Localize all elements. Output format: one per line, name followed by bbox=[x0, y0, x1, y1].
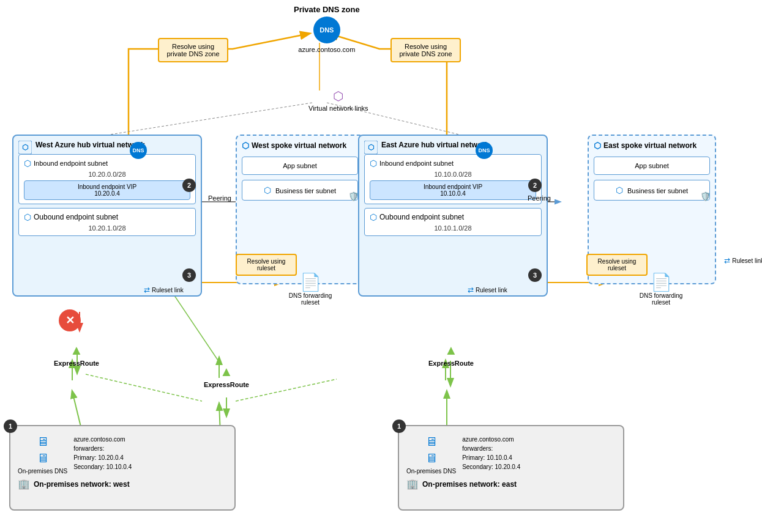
onprem-east-dns-info: azure.contoso.com forwarders: Primary: 1… bbox=[462, 435, 520, 471]
west-hub-ruleset-icon: ⇄ bbox=[144, 286, 150, 294]
west-spoke-title: ⬡ West spoke virtual network bbox=[242, 141, 358, 150]
west-hub-ruleset-link: ⇄ Ruleset link bbox=[144, 286, 184, 294]
onprem-west-building-icon: 🏢 bbox=[18, 478, 30, 490]
private-dns-title: Private DNS zone bbox=[294, 5, 360, 14]
vnet-links: ⬡ Virtual network links bbox=[308, 89, 368, 112]
west-dns-ruleset: 📄 DNS forwarding ruleset bbox=[286, 272, 335, 306]
diagram-container: Private DNS zone DNS azure.contoso.com R… bbox=[0, 0, 762, 532]
onprem-east-dns-servers: 🖥 🖥 On-premises DNS bbox=[406, 435, 456, 475]
svg-line-1 bbox=[110, 103, 312, 135]
onprem-east-building-icon: 🏢 bbox=[406, 478, 419, 490]
east-inbound-subnet: ⬡ Inbound endpoint subnet 10.10.0.0/28 I… bbox=[364, 154, 542, 204]
east-business-subnet: ⬡ Business tier subnet 🛡️ bbox=[594, 180, 710, 201]
east-vip-box: Inbound endpoint VIP 10.10.0.4 bbox=[370, 180, 536, 200]
svg-line-21 bbox=[236, 379, 337, 401]
west-spoke-icon: ⬡ bbox=[242, 141, 249, 150]
east-er-icon: ▲ bbox=[428, 342, 474, 358]
west-outbound-icon: ⬡ bbox=[24, 212, 31, 222]
west-hub-badge-2: 2 bbox=[182, 179, 196, 192]
east-hub-title: ⬡ East Azure hub virtual network bbox=[364, 141, 542, 149]
east-inbound-subnet-icon: ⬡ bbox=[370, 158, 377, 168]
resolve-private-dns-right: Resolve using private DNS zone bbox=[390, 38, 461, 62]
svg-text:⬡: ⬡ bbox=[368, 143, 375, 152]
error-x-icon: ✕ bbox=[59, 309, 81, 331]
onprem-west-box: 1 🖥 🖥 On-premises DNS azure.contoso.com … bbox=[9, 425, 236, 511]
east-hub-badge-3: 3 bbox=[528, 268, 542, 282]
east-hub-ruleset-icon: ⇄ bbox=[468, 286, 474, 294]
west-ruleset-doc-icon: 📄 bbox=[300, 273, 321, 292]
west-expressroute-2: ▲ ExpressRoute bbox=[204, 364, 249, 388]
east-hub-box: ⬡ East Azure hub virtual network DNS ⬡ I… bbox=[358, 135, 548, 297]
onprem-west-dns-servers: 🖥 🖥 On-premises DNS bbox=[18, 435, 67, 475]
west-hub-dns-badge: DNS bbox=[130, 142, 147, 159]
west-hub-badge-3: 3 bbox=[182, 268, 196, 282]
onprem-east-dns-label: On-premises DNS bbox=[406, 468, 456, 475]
vnet-links-icon: ⬡ bbox=[308, 89, 368, 103]
east-outbound-subnet: ⬡ Oubound endpoint subnet 10.10.1.0/28 bbox=[364, 208, 542, 236]
onprem-west-dns-label: On-premises DNS bbox=[18, 468, 67, 475]
resolve-private-dns-left: Resolve using private DNS zone bbox=[158, 38, 228, 62]
west-vip-box: Inbound endpoint VIP 10.20.0.4 bbox=[24, 180, 190, 200]
east-spoke-title: ⬡ East spoke virtual network bbox=[594, 141, 710, 150]
west-outbound-subnet: ⬡ Oubound endpoint subnet 10.20.1.0/28 bbox=[18, 208, 196, 236]
east-hub-icon: ⬡ bbox=[364, 141, 378, 154]
west-expressroute-1: ▲ ExpressRoute bbox=[54, 342, 99, 367]
east-ruleset-link-label: ⇄ Ruleset link bbox=[724, 256, 762, 265]
west-er1-icon: ▲ bbox=[54, 342, 99, 358]
east-ruleset-doc-icon: 📄 bbox=[651, 273, 672, 292]
east-hub-badge-2: 2 bbox=[528, 179, 542, 192]
east-peering-label: Peering bbox=[528, 194, 551, 202]
west-inbound-subnet: ⬡ Inbound endpoint subnet 10.20.0.0/28 I… bbox=[18, 154, 196, 204]
east-dns-ruleset: 📄 DNS forwarding ruleset bbox=[637, 272, 685, 306]
onprem-west-title: 🏢 On-premises network: west bbox=[18, 478, 227, 490]
east-app-subnet: App subnet bbox=[594, 157, 710, 175]
onprem-east-badge: 1 bbox=[392, 419, 406, 433]
west-business-subnet-icon: ⬡ bbox=[264, 185, 271, 195]
east-expressroute: ▲ ExpressRoute bbox=[428, 342, 474, 367]
west-shield-icon: 🛡️ bbox=[348, 191, 359, 201]
west-app-subnet: App subnet bbox=[242, 157, 358, 175]
east-outbound-icon: ⬡ bbox=[370, 212, 377, 222]
onprem-east-box: 1 🖥 🖥 On-premises DNS azure.contoso.com … bbox=[398, 425, 624, 511]
west-er2-icon: ▲ bbox=[204, 364, 249, 380]
east-spoke-icon: ⬡ bbox=[594, 141, 601, 150]
onprem-east-title: 🏢 On-premises network: east bbox=[406, 478, 616, 490]
east-hub-dns-badge: DNS bbox=[476, 142, 493, 159]
vnet-links-label: Virtual network links bbox=[308, 105, 368, 112]
east-hub-ruleset-link: ⇄ Ruleset link bbox=[468, 286, 507, 294]
svg-text:⬡: ⬡ bbox=[22, 143, 29, 152]
east-business-subnet-icon: ⬡ bbox=[616, 185, 623, 195]
onprem-east-server2-icon: 🖥 bbox=[406, 451, 456, 465]
svg-line-22 bbox=[171, 291, 219, 362]
onprem-west-dns-info: azure.contoso.com forwarders: Primary: 1… bbox=[73, 435, 132, 471]
west-hub-icon: ⬡ bbox=[18, 141, 32, 154]
private-dns-zone: Private DNS zone DNS azure.contoso.com bbox=[294, 5, 360, 53]
svg-line-20 bbox=[86, 374, 202, 401]
onprem-east-server-icon: 🖥 bbox=[406, 435, 456, 449]
onprem-west-badge: 1 bbox=[4, 419, 17, 433]
dns-circle-icon: DNS bbox=[313, 17, 340, 43]
onprem-west-server2-icon: 🖥 bbox=[18, 451, 67, 465]
west-hub-box: ⬡ West Azure hub virtual network DNS ⬡ I… bbox=[12, 135, 202, 297]
west-peering-label: Peering bbox=[208, 194, 231, 202]
west-business-subnet: ⬡ Business tier subnet 🛡️ bbox=[242, 180, 358, 201]
west-hub-title: ⬡ West Azure hub virtual network bbox=[18, 141, 196, 149]
east-ruleset-arrows-icon: ⇄ bbox=[724, 256, 730, 265]
west-inbound-subnet-icon: ⬡ bbox=[24, 158, 31, 168]
dns-domain: azure.contoso.com bbox=[294, 46, 360, 53]
east-shield-icon: 🛡️ bbox=[700, 191, 711, 201]
onprem-west-server-icon: 🖥 bbox=[18, 435, 67, 449]
